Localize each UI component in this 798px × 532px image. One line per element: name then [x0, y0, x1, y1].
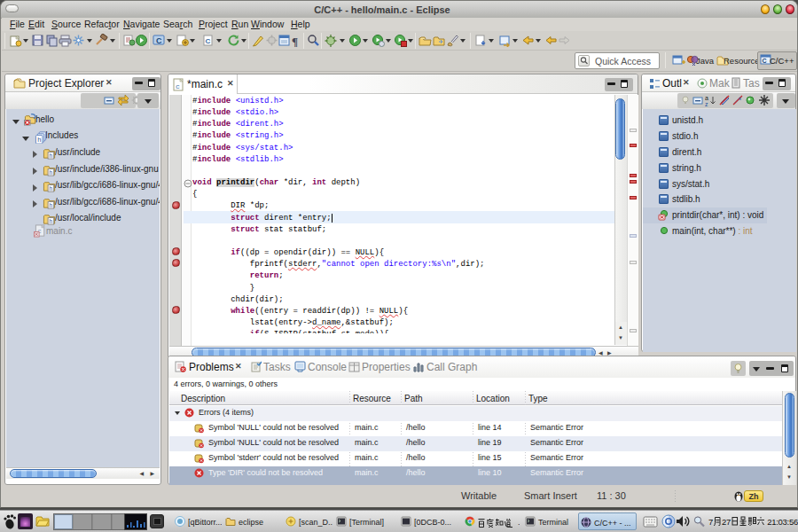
svg-text:h: h	[50, 169, 53, 176]
svg-text:z: z	[705, 101, 708, 106]
svg-text:C: C	[156, 36, 162, 45]
svg-text:s: s	[739, 96, 741, 101]
svg-text:h: h	[50, 202, 53, 208]
svg-text:c: c	[176, 82, 180, 90]
svg-text:h: h	[37, 136, 41, 144]
svg-text:¶: ¶	[292, 35, 298, 47]
svg-text:C: C	[763, 58, 767, 64]
svg-text:C: C	[206, 37, 211, 45]
svg-text:a: a	[705, 95, 708, 101]
svg-text:h: h	[50, 153, 53, 159]
svg-text:h: h	[50, 185, 53, 192]
svg-text:h: h	[50, 218, 53, 224]
